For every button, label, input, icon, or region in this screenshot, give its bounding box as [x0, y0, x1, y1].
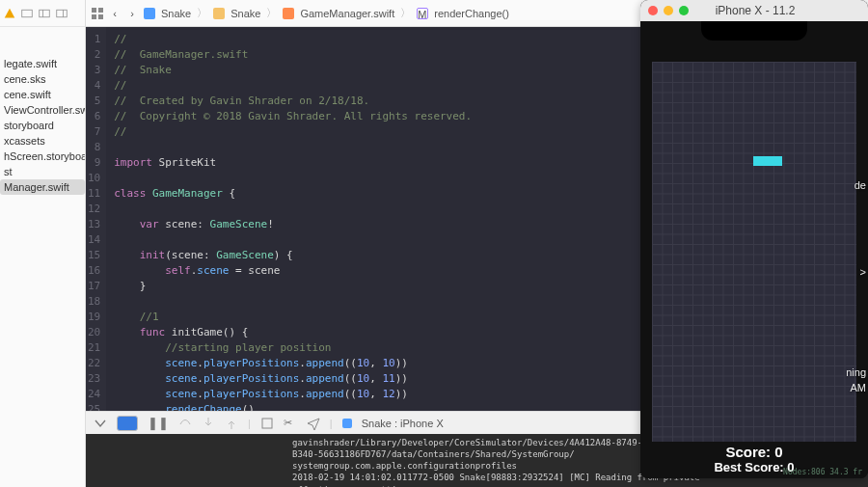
file-item[interactable]: cene.swift [0, 87, 85, 102]
simulator-window: iPhone X - 11.2 Score: 0 Best Score: 0 N… [640, 0, 868, 478]
svg-rect-1 [40, 10, 50, 17]
panel-icon-3 [56, 8, 68, 19]
minimize-icon[interactable] [664, 6, 673, 15]
device-notch [701, 21, 807, 41]
navigator-sidebar: legate.swiftcene.skscene.swiftViewContro… [0, 0, 86, 487]
crumb-file[interactable]: GameManager.swift [300, 8, 394, 19]
file-item[interactable]: Manager.swift [0, 179, 85, 195]
simulator-title: iPhone X - 11.2 [694, 4, 816, 17]
svg-rect-0 [22, 10, 33, 17]
hide-debug-icon[interactable] [94, 417, 107, 430]
crumb-sep: 〉 [400, 6, 411, 20]
back-icon[interactable]: ‹ [109, 8, 121, 19]
file-item[interactable]: xcassets [0, 133, 85, 149]
crumb-sep: 〉 [197, 6, 207, 20]
method-icon: M [417, 8, 428, 19]
console-output: gavinshrader/Library/Developer/CoreSimul… [292, 437, 700, 484]
file-item[interactable]: ViewController.swift [0, 102, 85, 118]
file-item[interactable]: st [0, 164, 85, 179]
simulator-screen[interactable]: Score: 0 Best Score: 0 Nodes:806 34.3 fr [640, 21, 868, 478]
crumb-sep: 〉 [266, 6, 277, 20]
step-in-icon[interactable] [202, 417, 215, 430]
snake-segment [763, 156, 773, 166]
grid-icon[interactable] [92, 8, 103, 19]
close-icon[interactable] [648, 6, 658, 15]
file-item[interactable]: cene.sks [0, 71, 85, 87]
desktop-item-label: AM [851, 382, 867, 393]
game-grid[interactable] [652, 62, 856, 442]
project-icon [144, 8, 155, 19]
render-stats: Nodes:806 34.3 fr [783, 468, 862, 476]
panel-icon [21, 8, 33, 19]
crumb-project[interactable]: Snake [161, 8, 191, 19]
warning-icon [4, 8, 15, 19]
navigator-selector[interactable] [0, 0, 85, 27]
location-icon[interactable] [307, 417, 320, 430]
swift-file-icon [283, 8, 294, 19]
crumb-method[interactable]: renderChange() [434, 8, 509, 19]
line-gutter[interactable]: 1234567891011121314151617181920212223242… [86, 27, 106, 411]
crumb-folder[interactable]: Snake [231, 8, 260, 19]
file-item[interactable]: legate.swift [0, 56, 85, 71]
step-over-icon[interactable] [178, 417, 192, 430]
snake-segment [753, 156, 763, 166]
folder-icon [213, 8, 225, 19]
forward-icon[interactable]: › [126, 8, 138, 19]
svg-rect-5 [92, 8, 96, 13]
pause-icon[interactable]: ❚❚ [148, 416, 169, 430]
file-item[interactable]: storyboard [0, 118, 85, 133]
score-label: Score: 0 [640, 444, 868, 460]
file-item[interactable]: hScreen.storyboard [0, 149, 85, 164]
simulator-titlebar[interactable]: iPhone X - 11.2 [640, 0, 868, 21]
svg-rect-6 [98, 8, 103, 13]
svg-rect-7 [92, 14, 96, 19]
debug-scheme[interactable]: Snake : iPhone X [362, 418, 444, 429]
zoom-icon[interactable] [679, 6, 689, 15]
desktop-item-label: ning [846, 366, 866, 378]
memory-icon[interactable]: ✂ [284, 417, 297, 430]
svg-rect-9 [262, 419, 272, 428]
svg-rect-8 [98, 14, 103, 19]
desktop-item-label: de [854, 179, 866, 191]
svg-rect-3 [57, 10, 68, 17]
file-list: legate.swiftcene.skscene.swiftViewContro… [0, 27, 85, 487]
snake-segment [773, 156, 782, 166]
window-controls [648, 6, 689, 15]
view-debug-icon[interactable] [260, 417, 274, 430]
step-out-icon[interactable] [225, 417, 238, 430]
scheme-icon [342, 419, 352, 428]
breakpoints-button[interactable] [117, 416, 138, 431]
panel-icon-2 [39, 8, 50, 19]
desktop-item-label: > [860, 266, 866, 278]
